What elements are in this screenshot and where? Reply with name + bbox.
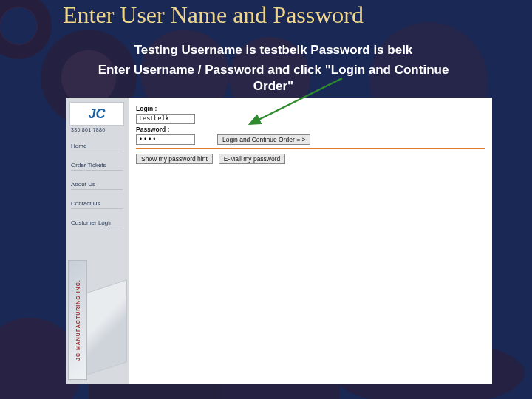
sidebar-item-customer-login[interactable]: Customer Login (71, 219, 123, 228)
sidebar-company-name: JC MANUFACTURING INC. (68, 260, 87, 380)
sidebar-item-about[interactable]: About Us (71, 181, 123, 190)
email-password-button[interactable]: E-Mail my password (219, 154, 286, 164)
logo-text: JC (88, 106, 105, 122)
logo: JC (69, 102, 124, 126)
password-label: Password : (136, 126, 169, 133)
page-title: Enter User Name and Password (63, 1, 364, 29)
gear-deco (0, 0, 52, 59)
sidebar: JC 336.861.7886 Home Order Tickets About… (66, 98, 129, 384)
divider (136, 148, 485, 149)
svg-line-0 (250, 78, 342, 124)
sidebar-item-contact[interactable]: Contact Us (71, 200, 123, 209)
sidebar-graphic (83, 279, 127, 376)
login-label: Login : (136, 105, 157, 112)
sub-mid: Password is (307, 43, 388, 57)
sidebar-item-order-tickets[interactable]: Order Tickets (71, 162, 123, 171)
sub-username: testbelk (259, 43, 307, 57)
sub-prefix: Testing Username is (134, 43, 260, 57)
phone-number: 336.861.7886 (71, 127, 129, 132)
login-continue-button[interactable]: Login and Continue Order = > (217, 134, 310, 145)
password-input[interactable] (136, 134, 195, 145)
slide-subtitle-1: Testing Username is testbelk Password is… (96, 43, 451, 58)
show-hint-button[interactable]: Show my password hint (136, 154, 213, 164)
arrow-annotation-icon (242, 74, 353, 133)
username-input[interactable] (136, 114, 195, 124)
embedded-screenshot: JC 336.861.7886 Home Order Tickets About… (66, 98, 492, 384)
sub-password: belk (387, 43, 412, 57)
sidebar-item-home[interactable]: Home (71, 143, 123, 151)
